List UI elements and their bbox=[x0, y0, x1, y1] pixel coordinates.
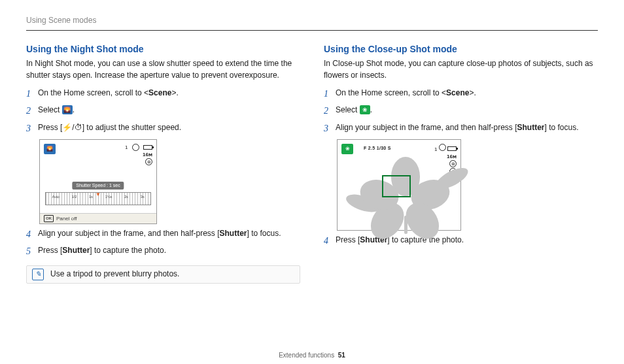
text: Align your subject in the frame, and the… bbox=[38, 229, 219, 238]
step-row: 2 Select ❀. bbox=[324, 105, 598, 118]
tick: 1s bbox=[89, 194, 93, 200]
tick: 3s bbox=[141, 194, 145, 200]
tick: Auto bbox=[52, 194, 59, 200]
page-number: 51 bbox=[338, 352, 345, 359]
step-text: Align your subject in the frame, and the… bbox=[336, 122, 579, 133]
battery-icon bbox=[447, 146, 457, 151]
shot-count: 1 bbox=[434, 146, 437, 152]
step-row: 3 Press [⚡/⏱] to adjust the shutter spee… bbox=[26, 122, 300, 135]
ok-button-icon: OK bbox=[44, 215, 54, 222]
panel-off-label: Panel off bbox=[56, 215, 77, 223]
closeup-title: Using the Close-up Shot mode bbox=[324, 42, 598, 56]
step-text: Select 🌄. bbox=[38, 105, 75, 116]
focus-box bbox=[382, 175, 411, 197]
battery-icon bbox=[143, 145, 152, 150]
scene-label: Scene bbox=[148, 88, 171, 97]
lcd-bottom-bar: OK Panel off bbox=[40, 213, 156, 223]
step-text: Press [Shutter] to capture the photo. bbox=[38, 245, 166, 256]
step-number: 4 bbox=[324, 235, 336, 248]
text: ] to focus. bbox=[544, 123, 578, 132]
night-shot-intro: In Night Shot mode, you can use a slow s… bbox=[26, 58, 300, 81]
step-row: 4 Align your subject in the frame, and t… bbox=[26, 228, 300, 241]
text: Press [ bbox=[38, 123, 62, 132]
content-columns: Using the Night Shot mode In Night Shot … bbox=[26, 42, 598, 284]
flash-mode-icon: ⊛ bbox=[145, 158, 152, 165]
step-number: 2 bbox=[324, 105, 336, 118]
shutter-speed-label: Shutter Speed : 1 sec bbox=[72, 182, 124, 190]
step-row: 5 Press [Shutter] to capture the photo. bbox=[26, 245, 300, 258]
step-number: 5 bbox=[26, 245, 38, 258]
closeup-lcd: ❀ F 2.5 1/30 S 1 16ᴍ ⊛ ❀ bbox=[337, 139, 461, 231]
shutter-label: Shutter bbox=[62, 246, 90, 255]
exposure-label: F 2.5 1/30 S bbox=[364, 145, 391, 152]
step-number: 3 bbox=[26, 122, 38, 135]
flash-icon: ⚡ bbox=[62, 123, 72, 132]
step-number: 3 bbox=[324, 122, 336, 135]
text: Align your subject in the frame, and the… bbox=[336, 123, 517, 132]
night-shot-lcd: 🌄 1 16ᴍ ⊛ Shutter Speed : 1 sec ▼ Auto 1… bbox=[39, 139, 157, 224]
night-shot-steps: 1 On the Home screen, scroll to <Scene>.… bbox=[26, 88, 300, 135]
lcd-mode-icon: ❀ bbox=[341, 144, 353, 154]
step-row: 1 On the Home screen, scroll to <Scene>. bbox=[324, 88, 598, 101]
step-row: 1 On the Home screen, scroll to <Scene>. bbox=[26, 88, 300, 101]
text: Select bbox=[38, 105, 62, 114]
step-text: Select ❀. bbox=[336, 105, 372, 116]
night-shot-steps-cont: 4 Align your subject in the frame, and t… bbox=[26, 228, 300, 259]
left-column: Using the Night Shot mode In Night Shot … bbox=[26, 42, 300, 284]
tick: 1½s bbox=[105, 194, 112, 200]
text: Select bbox=[336, 105, 360, 114]
tripod-note: ✎ Use a tripod to prevent blurry photos. bbox=[26, 265, 300, 284]
resolution-label: 16ᴍ bbox=[143, 151, 152, 158]
scene-label: Scene bbox=[446, 88, 469, 97]
note-icon: ✎ bbox=[32, 269, 44, 280]
lcd-status-icons: 1 16ᴍ ⊛ bbox=[125, 144, 152, 165]
closeup-steps: 1 On the Home screen, scroll to <Scene>.… bbox=[324, 88, 598, 135]
step-number: 1 bbox=[324, 88, 336, 101]
lcd-mode-icon: 🌄 bbox=[44, 144, 56, 154]
closeup-steps-cont: 4 Press [Shutter] to capture the photo. bbox=[324, 235, 598, 248]
step-number: 4 bbox=[26, 228, 38, 241]
shutter-label: Shutter bbox=[219, 229, 247, 238]
text: Press [ bbox=[38, 246, 62, 255]
header-divider bbox=[26, 30, 598, 31]
text: Press [ bbox=[336, 235, 360, 244]
night-shot-title: Using the Night Shot mode bbox=[26, 42, 300, 56]
closeup-intro: In Close-up Shot mode, you can capture c… bbox=[324, 58, 598, 81]
footer-section: Extended functions bbox=[279, 352, 334, 359]
step-text: On the Home screen, scroll to <Scene>. bbox=[336, 88, 476, 99]
step-row: 3 Align your subject in the frame, and t… bbox=[324, 122, 598, 135]
closeup-mode-icon: ❀ bbox=[360, 105, 370, 114]
night-mode-icon: 🌄 bbox=[62, 105, 73, 114]
breadcrumb: Using Scene modes bbox=[26, 16, 598, 29]
step-text: Align your subject in the frame, and the… bbox=[38, 228, 281, 239]
text: ] to focus. bbox=[247, 229, 281, 238]
step-text: On the Home screen, scroll to <Scene>. bbox=[38, 88, 179, 99]
text: On the Home screen, scroll to < bbox=[336, 88, 446, 97]
tick: 2s bbox=[124, 194, 128, 200]
step-text: Press [⚡/⏱] to adjust the shutter speed. bbox=[38, 122, 181, 133]
text: On the Home screen, scroll to < bbox=[38, 88, 148, 97]
text: ] to capture the photo. bbox=[90, 246, 166, 255]
page-footer: Extended functions 51 bbox=[0, 352, 624, 359]
shutter-label: Shutter bbox=[517, 123, 544, 132]
tick: 1/2 bbox=[72, 194, 77, 200]
step-number: 1 bbox=[26, 88, 38, 101]
text: . bbox=[370, 105, 372, 114]
resolution-label: 16ᴍ bbox=[447, 154, 457, 159]
step-number: 2 bbox=[26, 105, 38, 118]
right-column: Using the Close-up Shot mode In Close-up… bbox=[324, 42, 598, 284]
text: >. bbox=[171, 88, 178, 97]
note-text: Use a tripod to prevent blurry photos. bbox=[50, 269, 179, 280]
timer-icon: ⏱ bbox=[75, 123, 82, 132]
shot-count: 1 bbox=[125, 144, 128, 151]
step-row: 2 Select 🌄. bbox=[26, 105, 300, 118]
circle-icon bbox=[439, 144, 446, 151]
text: ] to adjust the shutter speed. bbox=[82, 123, 181, 132]
text: >. bbox=[469, 88, 476, 97]
text: . bbox=[73, 105, 75, 114]
step-row: 4 Press [Shutter] to capture the photo. bbox=[324, 235, 598, 248]
circle-icon bbox=[132, 144, 139, 151]
shutter-ruler: ▼ Auto 1/2 1s 1½s 2s 3s bbox=[45, 192, 151, 205]
step-text: Press [Shutter] to capture the photo. bbox=[336, 235, 464, 246]
